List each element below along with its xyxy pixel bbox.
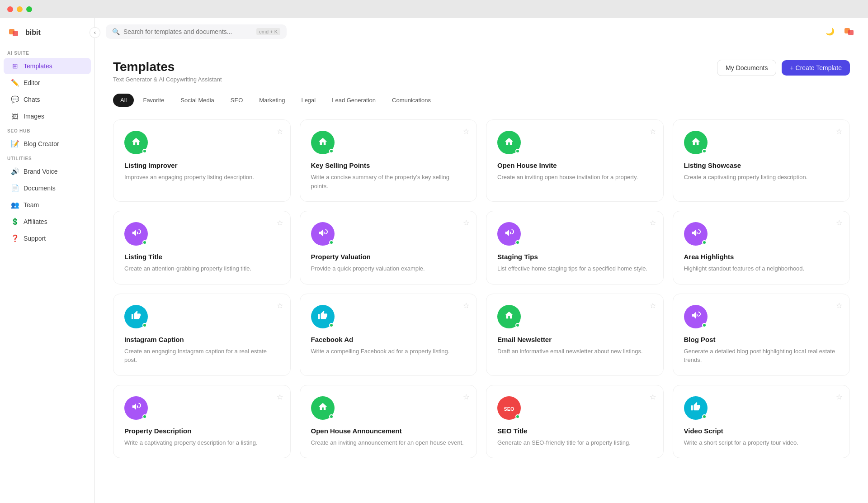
logo-text: bibit <box>25 28 41 37</box>
template-card-16[interactable]: ☆Video ScriptWrite a short script for a … <box>673 385 850 459</box>
favorite-star-13[interactable]: ☆ <box>277 393 283 401</box>
template-card-14[interactable]: ☆Open House AnnouncementCreate an inviti… <box>300 385 477 459</box>
filter-tab-lead-generation[interactable]: Lead Generation <box>325 94 383 107</box>
card-icon-3 <box>497 131 521 154</box>
template-icon-4 <box>691 137 701 149</box>
support-icon: ❓ <box>11 234 19 242</box>
template-card-12[interactable]: ☆Blog PostGenerate a detailed blog post … <box>673 294 850 376</box>
sidebar-nav: AI Suite⊞Templates✏️Editor💬Chats🖼ImagesS… <box>0 47 94 247</box>
sidebar-item-chats[interactable]: 💬Chats <box>4 91 91 108</box>
sidebar-label-templates: Templates <box>24 62 52 70</box>
template-card-2[interactable]: ☆Key Selling PointsWrite a concise summa… <box>300 119 477 202</box>
card-title-13: Property Description <box>124 427 279 435</box>
maximize-button[interactable] <box>26 6 32 12</box>
status-dot-16 <box>702 414 707 419</box>
sidebar-label-brand-voice: Brand Voice <box>24 168 58 175</box>
favorite-star-16[interactable]: ☆ <box>836 393 842 401</box>
card-title-16: Video Script <box>684 427 839 435</box>
template-card-5[interactable]: ☆Listing TitleCreate an attention-grabbi… <box>113 211 291 285</box>
card-title-3: Open House Invite <box>497 161 652 169</box>
favorite-star-15[interactable]: ☆ <box>650 393 656 401</box>
filter-tab-legal[interactable]: Legal <box>294 94 323 107</box>
favorite-star-2[interactable]: ☆ <box>463 127 469 136</box>
template-grid: ☆Listing ImproverImproves an engaging pr… <box>113 119 850 458</box>
template-card-13[interactable]: ☆Property DescriptionWrite a captivating… <box>113 385 291 459</box>
filter-tab-comunications[interactable]: Comunications <box>385 94 438 107</box>
filter-tab-social-media[interactable]: Social Media <box>173 94 221 107</box>
template-card-15[interactable]: ☆SEOSEO TitleGenerate an SEO-friendly ti… <box>486 385 664 459</box>
filter-tab-favorite[interactable]: Favorite <box>136 94 171 107</box>
card-icon-1 <box>124 131 148 154</box>
template-card-10[interactable]: ☆Facebook AdWrite a compelling Facebook … <box>300 294 477 376</box>
favorite-star-6[interactable]: ☆ <box>463 218 469 227</box>
template-card-11[interactable]: ☆Email NewsletterDraft an informative em… <box>486 294 664 376</box>
sidebar-item-blog-creator[interactable]: 📝Blog Creator <box>4 136 91 152</box>
chats-icon: 💬 <box>11 95 19 104</box>
template-icon-5 <box>131 228 141 240</box>
card-icon-8 <box>684 222 708 246</box>
sidebar-item-documents[interactable]: 📄Documents <box>4 180 91 196</box>
filter-tab-marketing[interactable]: Marketing <box>252 94 292 107</box>
filter-tab-seo[interactable]: SEO <box>223 94 250 107</box>
template-card-4[interactable]: ☆Listing ShowcaseCreate a captivating pr… <box>673 119 850 202</box>
favorite-star-12[interactable]: ☆ <box>836 301 842 310</box>
favorite-star-7[interactable]: ☆ <box>650 218 656 227</box>
favorite-star-9[interactable]: ☆ <box>277 301 283 310</box>
favorite-star-1[interactable]: ☆ <box>277 127 283 136</box>
search-bar: 🔍 cmd + K <box>106 24 287 39</box>
card-desc-6: Provide a quick property valuation examp… <box>311 264 466 273</box>
card-desc-3: Create an inviting open house invitation… <box>497 173 652 182</box>
sidebar-label-images: Images <box>24 113 44 120</box>
sidebar-label-support: Support <box>24 235 46 242</box>
card-icon-15: SEO <box>497 396 521 420</box>
sidebar-item-images[interactable]: 🖼Images <box>4 108 91 124</box>
card-desc-7: List effective home staging tips for a s… <box>497 264 652 273</box>
status-dot-11 <box>515 323 520 327</box>
template-card-9[interactable]: ☆Instagram CaptionCreate an engaging Ins… <box>113 294 291 376</box>
minimize-button[interactable] <box>17 6 23 12</box>
favorite-star-3[interactable]: ☆ <box>650 127 656 136</box>
team-icon: 👥 <box>11 201 19 209</box>
main-content: 🔍 cmd + K 🌙 Templates Text Generator & A… <box>95 18 868 503</box>
sidebar-item-templates[interactable]: ⊞Templates <box>4 58 91 74</box>
favorite-star-11[interactable]: ☆ <box>650 301 656 310</box>
favorite-star-8[interactable]: ☆ <box>836 218 842 227</box>
search-input[interactable] <box>123 28 253 35</box>
sidebar-item-support[interactable]: ❓Support <box>4 230 91 247</box>
header-actions: My Documents + Create Template <box>717 60 850 76</box>
template-card-7[interactable]: ☆Staging TipsList effective home staging… <box>486 211 664 285</box>
dark-mode-button[interactable]: 🌙 <box>823 24 837 39</box>
template-icon-1 <box>131 137 141 149</box>
template-card-1[interactable]: ☆Listing ImproverImproves an engaging pr… <box>113 119 291 202</box>
favorite-star-5[interactable]: ☆ <box>277 218 283 227</box>
close-button[interactable] <box>7 6 13 12</box>
svg-rect-3 <box>848 30 854 35</box>
card-title-11: Email Newsletter <box>497 336 652 343</box>
page-subtitle: Text Generator & AI Copywriting Assistan… <box>113 76 222 83</box>
sidebar-item-team[interactable]: 👥Team <box>4 197 91 213</box>
template-card-8[interactable]: ☆Area HighlightsHighlight standout featu… <box>673 211 850 285</box>
favorite-star-4[interactable]: ☆ <box>836 127 842 136</box>
favorite-star-10[interactable]: ☆ <box>463 301 469 310</box>
template-icon-13 <box>131 402 141 414</box>
sidebar-item-affiliates[interactable]: 💲Affiliates <box>4 214 91 230</box>
filter-tab-all[interactable]: All <box>113 94 134 107</box>
sidebar-section-ai-suite: AI Suite <box>0 47 94 57</box>
card-desc-1: Improves an engaging property listing de… <box>124 173 279 182</box>
template-card-3[interactable]: ☆Open House InviteCreate an inviting ope… <box>486 119 664 202</box>
template-card-6[interactable]: ☆Property ValuationProvide a quick prope… <box>300 211 477 285</box>
sidebar-collapse-button[interactable]: ‹ <box>90 27 100 38</box>
card-icon-7 <box>497 222 521 246</box>
sidebar-item-editor[interactable]: ✏️Editor <box>4 75 91 91</box>
sidebar-item-brand-voice[interactable]: 🔊Brand Voice <box>4 163 91 180</box>
my-documents-button[interactable]: My Documents <box>717 60 776 76</box>
favorite-star-14[interactable]: ☆ <box>463 393 469 401</box>
search-icon: 🔍 <box>112 28 120 35</box>
template-icon-12 <box>691 310 701 323</box>
create-template-button[interactable]: + Create Template <box>782 60 850 76</box>
card-desc-4: Create a captivating property listing de… <box>684 173 839 182</box>
logo-icon <box>7 25 22 40</box>
sidebar-label-team: Team <box>24 201 39 209</box>
page-title: Templates <box>113 60 222 74</box>
card-title-9: Instagram Caption <box>124 336 279 343</box>
